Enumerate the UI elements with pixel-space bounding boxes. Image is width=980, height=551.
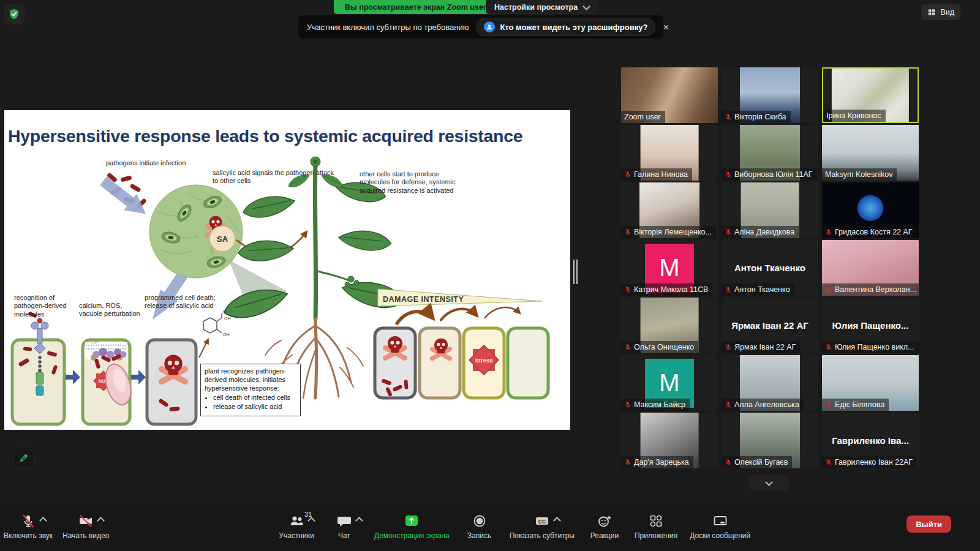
muted-mic-icon [624, 228, 631, 236]
muted-mic-icon [624, 171, 631, 178]
muted-mic-icon [725, 343, 732, 351]
collapse-gallery-button[interactable] [748, 475, 789, 490]
participant-tile[interactable]: Валентина Верхолан... [822, 240, 919, 296]
participant-name-label: Дар'я Зарецька [621, 456, 693, 468]
panel-resize-handle[interactable] [573, 260, 578, 284]
toolbar-item-chat[interactable]: Чат [326, 505, 362, 540]
participant-name-label: Олексій Бугаєв [722, 456, 792, 468]
chat-icon [336, 512, 352, 530]
toolbar-item-share[interactable]: Демонстрация экрана [374, 505, 450, 540]
apps-icon [648, 512, 664, 530]
participant-tile[interactable]: Виборнова Юлія 11АГ [722, 125, 818, 181]
callout-intro: plant recognizes pathogen-derived molecu… [205, 367, 286, 392]
chevron-up-icon[interactable] [553, 517, 561, 525]
person-icon [484, 21, 495, 32]
close-icon[interactable]: × [663, 22, 669, 32]
participant-name: Аліна Давидкова [734, 228, 794, 236]
participant-name-label: Ірина Кривонос [823, 110, 886, 122]
participant-tile[interactable]: Едіє Білялова [822, 355, 919, 411]
calcium-ion-label: Ca²⁺ [91, 340, 99, 344]
leave-button[interactable]: Выйти [907, 515, 951, 533]
participant-name: Юлия Пащенко викл... [835, 343, 914, 351]
toolbar-item-label: Начать видео [62, 531, 109, 540]
muted-mic-icon [725, 401, 732, 408]
pencil-icon [18, 452, 29, 463]
participant-tile[interactable]: Вікторія Скиба [722, 67, 818, 123]
participant-name-label: Валентина Верхолан... [822, 283, 919, 296]
participant-name: Едіє Білялова [835, 400, 884, 409]
damage-intensity-label: DAMAGE INTENSITY [383, 295, 464, 304]
muted-mic-icon [725, 113, 732, 121]
muted-mic-icon [725, 459, 732, 466]
participant-name-label: Ольга Онищенко [621, 341, 698, 353]
participant-tile[interactable]: MМаксим Байєр [621, 355, 718, 411]
view-settings-button[interactable]: Настройки просмотра [486, 0, 598, 14]
participant-tile[interactable]: Аліна Давидкова [722, 182, 818, 238]
view-button[interactable]: Вид [921, 4, 960, 20]
label-other-cells: other cells start to produce molecules f… [360, 170, 464, 195]
participant-tile[interactable]: Юлия Пащенко...Юлия Пащенко викл... [822, 298, 919, 353]
cam-muted-icon [78, 512, 94, 530]
chem-oh2-label: OH [223, 332, 230, 337]
participant-tile[interactable]: Ольга Онищенко [621, 298, 718, 353]
gallery-view-icon [927, 8, 936, 17]
record-icon [472, 512, 488, 530]
chevron-down-icon [582, 2, 590, 10]
participant-tile[interactable]: MКатрич Микола 11СВ [621, 240, 718, 296]
participant-name: Виборнова Юлія 11АГ [734, 170, 813, 179]
participant-tile[interactable]: Дар'я Зарецька [621, 413, 718, 468]
muted-mic-icon [725, 286, 732, 293]
chevron-up-icon[interactable] [97, 517, 105, 525]
participant-tile[interactable]: Олексій Бугаєв [722, 413, 818, 468]
label-pathogens: pathogens initiate infection [106, 159, 198, 167]
label-programmed: programmed cell death; release of salicy… [145, 294, 224, 310]
participant-name: Алла Ангеловська [734, 400, 799, 409]
participant-tile[interactable]: Гридасов Костя 22 АГ [822, 182, 919, 238]
muted-mic-icon [825, 459, 832, 466]
participant-tile[interactable]: Maksym Kolesnikov [822, 125, 919, 181]
annotate-button[interactable] [12, 446, 35, 469]
participant-tile[interactable]: Ярмак Іван 22 АГЯрмак Іван 22 АГ [722, 298, 818, 353]
participant-name: Zoom user [624, 113, 661, 121]
participant-name: Антон Ткаченко [734, 285, 790, 294]
chevron-up-icon[interactable] [39, 517, 47, 525]
muted-mic-icon [624, 343, 631, 351]
participant-name: Ярмак Іван 22 АГ [734, 343, 796, 351]
notification-text: Участник включил субтитры по требованию [307, 23, 469, 32]
muted-mic-icon [825, 343, 832, 351]
participant-tile[interactable]: Антон ТкаченкоАнтон Ткаченко [722, 240, 818, 296]
reactions-icon [597, 512, 612, 530]
whiteboard-icon [712, 512, 728, 530]
muted-mic-icon [825, 286, 832, 293]
captions-notification-bar: Участник включил субтитры по требованию … [298, 15, 663, 39]
participant-name: Вікторія Лемещенко... [634, 228, 712, 236]
chevron-up-icon[interactable] [355, 517, 363, 525]
zoom-meeting-window: Вы просматриваете экран Zoom user Настро… [0, 0, 980, 551]
toolbar-item-participants[interactable]: 31Участники [279, 505, 314, 540]
participant-tile[interactable]: Гавриленко Іва...Гавриленко Іван 22АГ [822, 413, 919, 468]
toolbar-item-mic-muted[interactable]: Включить звук [4, 505, 53, 540]
participant-name-label: Антон Ткаченко [722, 283, 794, 296]
chevron-down-icon [765, 478, 773, 486]
participant-tile[interactable]: Вікторія Лемещенко... [621, 182, 718, 238]
participant-gallery: Zoom userВікторія СкибаІрина КривоносГал… [621, 67, 919, 468]
participant-tile[interactable]: Ірина Кривонос [822, 67, 919, 123]
toolbar-item-record[interactable]: Запись [462, 505, 497, 540]
toolbar-item-cc[interactable]: CCПоказать субтитры [510, 505, 575, 540]
screen-share-banner: Вы просматриваете экран Zoom user [334, 0, 497, 14]
toolbar-item-cam-muted[interactable]: Начать видео [62, 505, 109, 540]
chevron-up-icon[interactable] [307, 517, 315, 525]
participant-tile[interactable]: Zoom user [621, 67, 718, 123]
muted-mic-icon [624, 286, 631, 293]
participant-name-label: Maksym Kolesnikov [822, 168, 897, 181]
toolbar-item-reactions[interactable]: Реакции [587, 505, 622, 540]
security-shield-icon[interactable] [4, 4, 24, 24]
participant-tile[interactable]: Алла Ангеловська [722, 355, 818, 411]
who-can-see-transcript-button[interactable]: Кто может видеть эту расшифровку? [476, 18, 655, 36]
participant-tile[interactable]: Галина Нинова [621, 125, 718, 181]
callout-bullet: release of salicylic acid [213, 403, 296, 411]
toolbar-item-whiteboard[interactable]: Доски сообщений [690, 505, 750, 540]
muted-mic-icon [624, 459, 631, 466]
share-icon [404, 512, 420, 530]
toolbar-item-apps[interactable]: Приложения [635, 505, 677, 540]
